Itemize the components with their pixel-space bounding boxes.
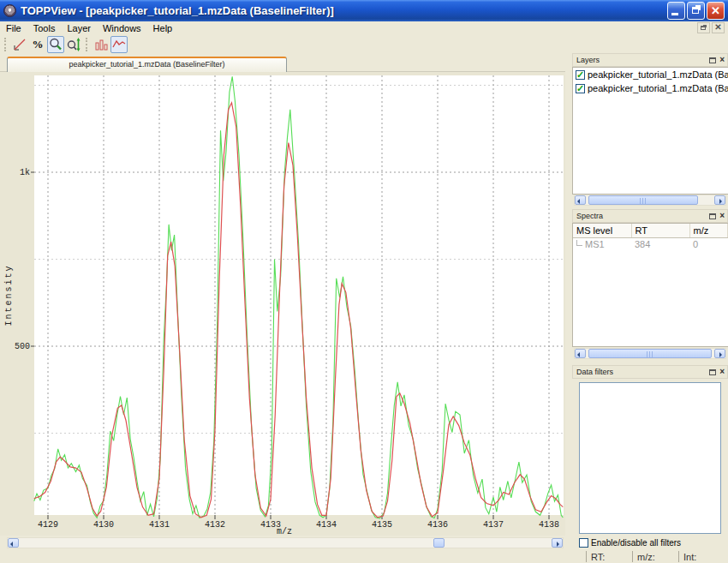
menu-windows[interactable]: Windows: [97, 22, 147, 34]
toolbar: %: [0, 35, 728, 54]
status-mz: m/z:: [632, 551, 678, 562]
profile-draw-mode-button[interactable]: [110, 36, 128, 53]
close-icon: ✕: [707, 3, 724, 18]
svg-text:4129: 4129: [38, 520, 58, 530]
spectra-float-icon[interactable]: [709, 213, 716, 219]
enable-filters-label: Enable/disable all filters: [591, 538, 681, 548]
scroll-right-button[interactable]: [552, 538, 563, 548]
status-bar: RT: m/z: Int:: [586, 551, 728, 563]
scroll-left-button[interactable]: [575, 195, 586, 205]
mdi-close-icon: ✕: [713, 22, 724, 32]
layer-checkbox-checked[interactable]: [576, 84, 585, 93]
peaks-draw-mode-button[interactable]: [92, 36, 110, 53]
toolbar-grip[interactable]: [86, 38, 89, 51]
spectrum-canvas[interactable]: 5001k41294130413141324133413441354136413…: [0, 72, 565, 536]
data-filters-panel-title: Data filters: [576, 368, 613, 376]
status-rt: RT:: [586, 551, 632, 562]
zoom-tool-button[interactable]: [47, 36, 64, 53]
enable-filters-row: Enable/disable all filters: [579, 538, 681, 548]
cell-rt: 384: [631, 237, 689, 250]
tree-branch-icon: [576, 240, 582, 246]
data-filters-float-icon[interactable]: [709, 369, 716, 375]
scroll-right-button[interactable]: [714, 349, 725, 358]
layers-list: peakpicker_tutorial_1.mzData (BaselineFi…: [572, 67, 728, 195]
tab-spectrum[interactable]: peakpicker_tutorial_1.mzData (BaselineFi…: [7, 57, 287, 72]
reset-zoom-button[interactable]: [11, 36, 28, 53]
mdi-restore-icon: [701, 26, 706, 30]
layer-checkbox-checked[interactable]: [576, 70, 585, 80]
intensity-percent-icon: %: [33, 38, 44, 51]
col-rt[interactable]: RT: [631, 224, 689, 237]
layers-panel-title: Layers: [576, 56, 600, 64]
app-window: TOPPView - [peakpicker_tutorial_1.mzData…: [0, 0, 728, 563]
layer-item[interactable]: peakpicker_tutorial_1.mzData (BaselineFi…: [573, 68, 728, 81]
mdi-close-button[interactable]: ✕: [712, 22, 725, 33]
layers-h-scrollbar-thumb[interactable]: [588, 195, 698, 205]
intensity-percent-button[interactable]: %: [29, 36, 46, 53]
spectra-h-scrollbar-thumb[interactable]: [588, 349, 712, 358]
menu-help[interactable]: Help: [147, 22, 179, 34]
plot-h-scrollbar[interactable]: [7, 537, 564, 548]
minimize-button[interactable]: [667, 2, 685, 20]
svg-text:4132: 4132: [205, 520, 225, 530]
svg-text:1k: 1k: [20, 168, 30, 177]
svg-text:4137: 4137: [483, 520, 504, 530]
toolbar-grip[interactable]: [4, 38, 8, 51]
layer-label: peakpicker_tutorial_1.mzData (BaselineFi…: [588, 69, 728, 80]
menu-layer[interactable]: Layer: [61, 22, 97, 34]
layer-item[interactable]: peakpicker_tutorial_1.mzData (BaselineFi…: [573, 81, 728, 95]
spectrum-svg: 5001k41294130413141324133413441354136413…: [0, 72, 564, 536]
menu-bar: File Tools Layer Windows Help ✕: [0, 21, 728, 35]
y-axis-label: Intensity: [4, 214, 14, 377]
profile-draw-mode-icon: [111, 37, 127, 52]
col-ms-level[interactable]: MS level: [573, 224, 631, 237]
arrow-left-icon: [10, 542, 13, 547]
peaks-draw-mode-icon: [93, 37, 109, 52]
zoom-tool-icon: [48, 37, 63, 52]
spectra-close-icon[interactable]: ×: [719, 212, 725, 220]
data-filters-panel-header[interactable]: Data filters ×: [572, 365, 728, 379]
svg-text:4135: 4135: [372, 520, 392, 530]
data-filters-list[interactable]: [579, 382, 721, 534]
zoom-1d-button[interactable]: [65, 36, 82, 53]
spectra-header-row: MS level RT m/z: [573, 224, 728, 237]
spectra-table: MS level RT m/z MS1 384 0: [573, 224, 728, 250]
tab-bar: peakpicker_tutorial_1.mzData (BaselineFi…: [0, 53, 565, 72]
arrow-left-icon: [577, 352, 580, 357]
spectra-h-scrollbar[interactable]: [574, 348, 726, 359]
svg-text:4138: 4138: [539, 520, 559, 530]
arrow-left-icon: [577, 199, 580, 204]
data-filters-close-icon[interactable]: ×: [719, 368, 725, 376]
arrow-right-icon: [719, 352, 722, 357]
layers-close-icon[interactable]: ×: [719, 56, 725, 64]
svg-text:500: 500: [15, 342, 30, 351]
svg-text:4134: 4134: [316, 520, 337, 530]
table-row[interactable]: MS1 384 0: [573, 237, 728, 250]
cell-ms-level: MS1: [585, 239, 605, 249]
arrow-right-icon: [719, 199, 722, 204]
scroll-left-button[interactable]: [575, 349, 586, 358]
close-button[interactable]: ✕: [707, 2, 725, 20]
menu-tools[interactable]: Tools: [27, 22, 62, 34]
restore-button[interactable]: [687, 2, 705, 20]
minimize-icon: [671, 13, 678, 15]
status-int: Int:: [678, 551, 725, 562]
mdi-restore-button[interactable]: [697, 22, 710, 33]
spectra-panel-header[interactable]: Spectra ×: [572, 209, 728, 223]
spectra-table-wrap: MS level RT m/z MS1 384 0: [572, 223, 728, 347]
plot-h-scrollbar-thumb[interactable]: [433, 538, 445, 548]
menu-file[interactable]: File: [0, 22, 27, 34]
layers-panel-header[interactable]: Layers ×: [572, 53, 728, 67]
layers-float-icon[interactable]: [709, 57, 716, 63]
scroll-right-button[interactable]: [714, 195, 725, 205]
svg-text:4130: 4130: [93, 520, 114, 530]
title-bar[interactable]: TOPPView - [peakpicker_tutorial_1.mzData…: [0, 0, 728, 21]
enable-filters-checkbox[interactable]: [579, 538, 588, 548]
arrow-right-icon: [557, 542, 559, 547]
scroll-left-button[interactable]: [8, 538, 19, 548]
layer-label: peakpicker_tutorial_1.mzData (BaselineFi…: [588, 83, 728, 93]
layers-h-scrollbar[interactable]: [574, 195, 726, 206]
spectra-panel-title: Spectra: [576, 212, 603, 220]
col-mz[interactable]: m/z: [689, 224, 728, 237]
window-title: TOPPView - [peakpicker_tutorial_1.mzData…: [21, 4, 667, 17]
